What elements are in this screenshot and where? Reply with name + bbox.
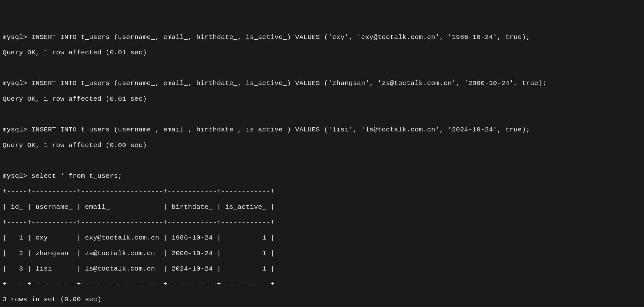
mysql-prompt: mysql>: [3, 126, 31, 133]
sql-statement: INSERT INTO t_users (username_, email_, …: [31, 126, 530, 133]
terminal-line: mysql> INSERT INTO t_users (username_, e…: [3, 80, 641, 87]
mysql-prompt: mysql>: [3, 34, 31, 41]
table-header: | id_ | username_ | email_ | birthdate_ …: [3, 203, 641, 211]
table-row: | 1 | cxy | cxy@toctalk.com.cn | 1986-10…: [3, 234, 641, 242]
terminal-line: mysql> INSERT INTO t_users (username_, e…: [3, 34, 641, 41]
mysql-prompt: mysql>: [3, 172, 31, 180]
table-border: +-----+-----------+--------------------+…: [3, 280, 641, 288]
sql-statement: INSERT INTO t_users (username_, email_, …: [31, 80, 547, 87]
query-result: Query OK, 1 row affected (0.00 sec): [3, 142, 641, 149]
table-row: | 2 | zhangsan | zs@toctalk.com.cn | 200…: [3, 250, 641, 257]
terminal-line: mysql> select * from t_users;: [3, 172, 641, 180]
query-result: Query OK, 1 row affected (0.01 sec): [3, 49, 641, 57]
query-result: Query OK, 1 row affected (0.01 sec): [3, 95, 641, 103]
terminal-line: mysql> INSERT INTO t_users (username_, e…: [3, 126, 641, 134]
table-border: +-----+-----------+--------------------+…: [3, 219, 641, 226]
sql-statement: INSERT INTO t_users (username_, email_, …: [31, 34, 530, 41]
table-row: | 3 | lisi | ls@toctalk.com.cn | 2024-10…: [3, 265, 641, 273]
mysql-prompt: mysql>: [3, 80, 31, 87]
sql-statement: select * from t_users;: [31, 172, 122, 180]
blank-line: [3, 111, 641, 118]
blank-line: [3, 64, 641, 72]
query-footer: 3 rows in set (0.00 sec): [3, 296, 641, 303]
table-border: +-----+-----------+--------------------+…: [3, 188, 641, 195]
blank-line: [3, 157, 641, 165]
